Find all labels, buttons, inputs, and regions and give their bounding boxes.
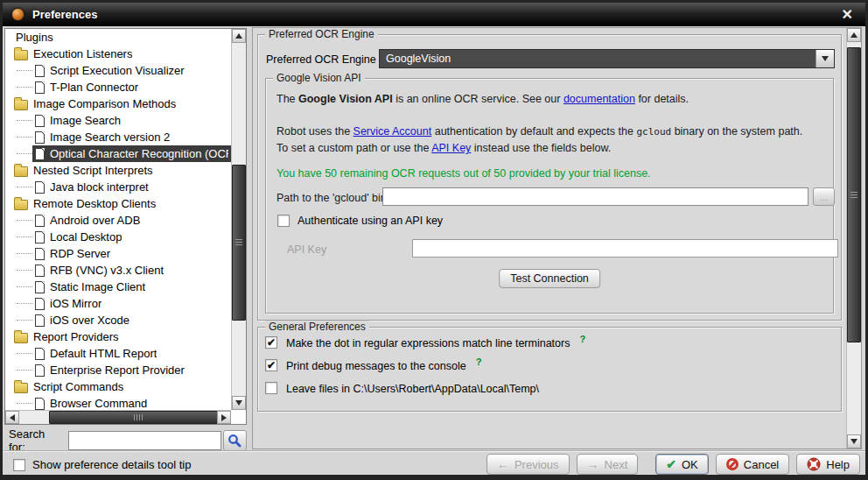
tree-item-label: iOS Mirror: [50, 297, 102, 310]
ok-label: OK: [682, 458, 698, 471]
tree-scroll-thumb[interactable]: [232, 165, 246, 321]
tree-item-cell: Image Search version 2: [32, 129, 231, 145]
preference-row: Make the dot in regular expressions matc…: [265, 336, 834, 359]
help-question-icon[interactable]: ?: [579, 334, 585, 344]
scroll-up-button[interactable]: [847, 28, 861, 42]
help-button[interactable]: Help: [796, 454, 860, 475]
ok-button[interactable]: ✔ OK: [655, 454, 709, 475]
tree-item[interactable]: Enterprise Report Provider: [5, 362, 231, 378]
previous-button[interactable]: ← Previous: [486, 454, 570, 475]
tree-item[interactable]: Default HTML Report: [5, 345, 231, 362]
gcloud-code-text: gcloud: [636, 126, 671, 138]
next-button[interactable]: → Next: [577, 454, 639, 475]
tree-item[interactable]: Nested Script Interprets: [5, 162, 231, 179]
tree-item-cell: Default HTML Report: [32, 345, 231, 362]
license-status-text: You have 50 remaining OCR requests out o…: [276, 167, 651, 180]
tree-connector: [17, 320, 32, 321]
scroll-down-button[interactable]: [847, 434, 861, 448]
preferences-tree: Plugins Execution Listeners Script Execu…: [5, 29, 231, 410]
help-label: Help: [826, 458, 850, 471]
preference-checkbox[interactable]: [265, 382, 277, 394]
tree-item[interactable]: Script Execution Visualizer: [5, 62, 231, 79]
tree-item[interactable]: Report Providers: [5, 328, 231, 345]
api-key-label: API Key: [287, 244, 326, 256]
footer-separator: [3, 450, 865, 452]
help-question-icon[interactable]: ?: [476, 356, 482, 367]
tree-hscroll-thumb[interactable]: [49, 411, 228, 424]
browse-button[interactable]: ...: [813, 187, 835, 206]
tree-item[interactable]: Image Search: [5, 112, 231, 129]
show-tooltip-checkbox[interactable]: [13, 459, 25, 471]
tree-item[interactable]: Remote Desktop Clients: [5, 195, 231, 212]
tree-vertical-scrollbar[interactable]: [231, 29, 246, 410]
tree-item-cell: Remote Desktop Clients: [11, 195, 231, 212]
gcloud-path-input[interactable]: [382, 187, 808, 206]
authenticate-api-key-checkbox[interactable]: [277, 215, 290, 227]
tree-item-cell: Enterprise Report Provider: [32, 362, 231, 378]
cancel-button[interactable]: Cancel: [716, 454, 789, 475]
settings-scroll-thumb[interactable]: [847, 47, 861, 342]
scroll-left-button[interactable]: [5, 411, 19, 424]
tree-item[interactable]: Static Image Client: [5, 279, 231, 295]
tree-item-cell: Report Providers: [11, 328, 231, 345]
search-button[interactable]: [223, 430, 247, 451]
tree-item[interactable]: Image Comparison Methods: [5, 95, 231, 112]
preference-checkbox[interactable]: [265, 359, 277, 371]
tree-item[interactable]: Script Commands: [5, 378, 231, 395]
tree-icon: [35, 115, 45, 127]
documentation-link[interactable]: documentation: [564, 93, 635, 105]
tree-item[interactable]: iOS over Xcode: [5, 312, 231, 328]
tree-item[interactable]: Local Desktop: [5, 229, 231, 245]
cancel-label: Cancel: [744, 458, 779, 471]
tree-icon: [35, 131, 45, 144]
tree-item[interactable]: Image Search version 2: [5, 129, 231, 145]
tree-item[interactable]: Android over ADB: [5, 212, 231, 229]
next-label: Next: [605, 458, 628, 471]
tree-item-cell: Script Execution Visualizer: [32, 62, 231, 79]
ocr-engine-select[interactable]: GoogleVision: [379, 49, 835, 68]
tree-connector: [17, 87, 32, 88]
tree-item-label: Image Search version 2: [50, 131, 170, 144]
tree-item-label: T-Plan Connector: [50, 81, 138, 94]
tree-horizontal-scrollbar[interactable]: [5, 410, 231, 424]
api-key-link[interactable]: API Key: [431, 142, 471, 154]
general-preferences-rows: Make the dot in regular expressions matc…: [265, 336, 834, 407]
text: Robot uses the: [276, 125, 354, 138]
scroll-up-button[interactable]: [232, 29, 246, 43]
api-key-input[interactable]: [412, 239, 838, 258]
ocr-engine-value: GoogleVision: [380, 53, 816, 65]
tree-icon: [35, 265, 45, 277]
tree-item[interactable]: RFB (VNC) v3.x Client: [5, 262, 231, 279]
tree-item[interactable]: Plugins: [5, 29, 231, 46]
test-connection-button[interactable]: Test Connection: [499, 269, 600, 288]
tree-connector: [17, 403, 32, 404]
tooltip-preference-row: Show preference details tool tip: [13, 458, 191, 471]
settings-vertical-scrollbar[interactable]: [846, 28, 861, 448]
tree-item-label: Script Commands: [33, 380, 123, 393]
vision-auth-text: Robot uses the Service Account authentic…: [276, 125, 802, 138]
dropdown-arrow-button[interactable]: [816, 50, 834, 67]
tree-item-label: Java block interpret: [50, 180, 149, 194]
group-title: General Preferences: [265, 321, 369, 333]
title-bar[interactable]: Preferences ✕: [3, 3, 865, 26]
search-input[interactable]: [68, 431, 221, 450]
tree-icon: [14, 50, 28, 60]
tree-item[interactable]: Execution Listeners: [5, 46, 231, 62]
preference-checkbox[interactable]: [265, 336, 277, 349]
tree-item[interactable]: iOS Mirror: [5, 295, 231, 312]
down-arrow-icon: [850, 439, 858, 444]
tree-item[interactable]: T-Plan Connector: [5, 79, 231, 95]
service-account-link[interactable]: Service Account: [354, 125, 432, 138]
close-icon[interactable]: ✕: [838, 8, 857, 22]
down-arrow-icon: [235, 400, 242, 406]
tree-item[interactable]: Java block interpret: [5, 179, 231, 195]
scroll-right-button[interactable]: [217, 411, 231, 424]
scroll-down-button[interactable]: [232, 396, 246, 410]
tree-item-cell: Android over ADB: [32, 212, 231, 229]
tree-item-label: RFB (VNC) v3.x Client: [50, 264, 164, 277]
tree-item[interactable]: Browser Command: [5, 395, 231, 410]
tree-item[interactable]: RDP Server: [5, 245, 231, 262]
tree-item-label: Android over ADB: [50, 214, 140, 227]
tree-icon: [35, 314, 45, 327]
tree-item[interactable]: Optical Character Recognition (OCR): [5, 145, 231, 162]
